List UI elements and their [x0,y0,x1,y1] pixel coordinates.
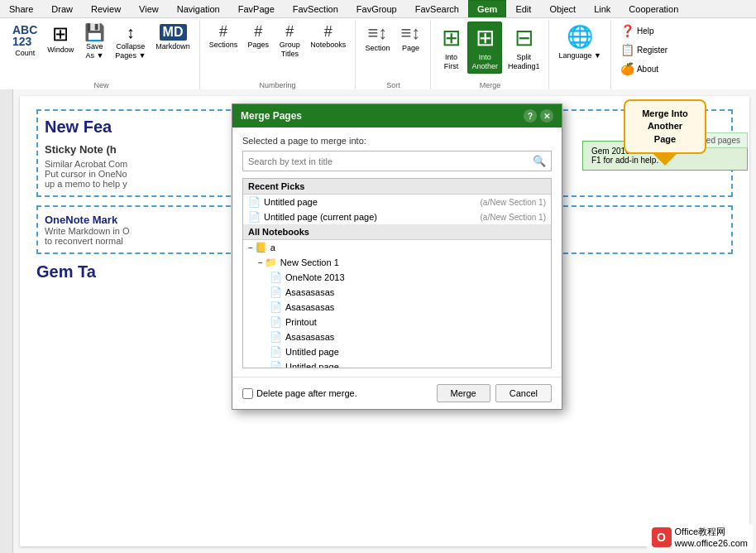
delete-label: Delete page after merge. [256,388,357,398]
recent-item-1-right: (a/New Section 1) [481,198,546,207]
page-untitled-2-label: Untitled page [285,362,546,368]
merge-pages-dialog: Merge Pages ? ✕ Selected a page to merge… [232,103,562,410]
recent-item-2[interactable]: 📄 Untitled page (current page) (a/New Se… [243,209,551,224]
notebook-a-expand: − [248,243,253,252]
notebook-a[interactable]: − 📒 a [243,240,551,255]
modal-title: Merge Pages [241,110,302,122]
page-icon-7: 📄 [270,331,282,343]
page-asas-1-label: Asasasasas [285,287,546,297]
page-icon-8: 📄 [270,346,282,358]
tree-container[interactable]: Recent Picks 📄 Untitled page (a/New Sect… [242,178,552,368]
notebook-a-icon: 📒 [255,242,267,253]
modal-instructions: Selected a page to merge into: [242,136,552,146]
modal-help-button[interactable]: ? [524,109,537,123]
modal-overlay: Merge Pages ? ✕ Selected a page to merge… [0,0,756,553]
section-label: New Section 1 [280,257,546,267]
page-onenote-label: OneNote 2013 [285,272,546,282]
modal-titlebar-buttons: ? ✕ [524,109,553,123]
modal-titlebar: Merge Pages ? ✕ [232,104,562,127]
page-icon-4: 📄 [270,286,282,298]
recent-item-1-label: Untitled page [264,197,481,207]
page-icon-1: 📄 [248,196,261,208]
action-buttons: Merge Cancel [437,384,552,402]
notebook-a-label: a [270,243,546,252]
modal-footer: Delete page after merge. Merge Cancel [232,377,562,409]
page-untitled-2[interactable]: 📄 Untitled page [243,359,551,368]
search-input[interactable] [243,153,528,170]
page-asas-3[interactable]: 📄 Asasasasas [243,329,551,344]
delete-checkbox-row: Delete page after merge. [242,388,357,399]
modal-body: Selected a page to merge into: 🔍 Recent … [232,127,562,377]
page-untitled-1-label: Untitled page [285,347,546,357]
delete-checkbox[interactable] [242,388,253,399]
section-new-section-1[interactable]: − 📁 New Section 1 [243,255,551,270]
page-icon-6: 📄 [270,316,282,328]
search-icon[interactable]: 🔍 [528,151,551,171]
page-icon-5: 📄 [270,301,282,313]
page-icon-3: 📄 [270,272,282,283]
cancel-button[interactable]: Cancel [495,384,552,402]
page-printout[interactable]: 📄 Printout [243,315,551,329]
section-icon: 📁 [265,257,277,268]
all-notebooks-header: All Notebooks [243,224,551,240]
recent-item-1[interactable]: 📄 Untitled page (a/New Section 1) [243,195,551,209]
recent-item-2-right: (a/New Section 1) [481,213,546,222]
page-onenote2013[interactable]: 📄 OneNote 2013 [243,270,551,285]
search-row: 🔍 [242,151,552,171]
page-icon-9: 📄 [270,361,282,368]
recent-item-2-label: Untitled page (current page) [264,212,481,222]
page-printout-label: Printout [285,317,546,327]
page-untitled-1[interactable]: 📄 Untitled page [243,344,551,359]
page-asas-2-label: Asasasasas [285,302,546,312]
merge-button[interactable]: Merge [437,384,490,402]
page-asas-2[interactable]: 📄 Asasasasas [243,300,551,315]
page-icon-2: 📄 [248,211,261,223]
page-asas-3-label: Asasasasas [285,332,546,342]
recent-picks-header: Recent Picks [243,179,551,195]
section-expand: − [258,258,263,267]
page-asas-1[interactable]: 📄 Asasasasas [243,285,551,300]
modal-close-button[interactable]: ✕ [540,109,553,123]
